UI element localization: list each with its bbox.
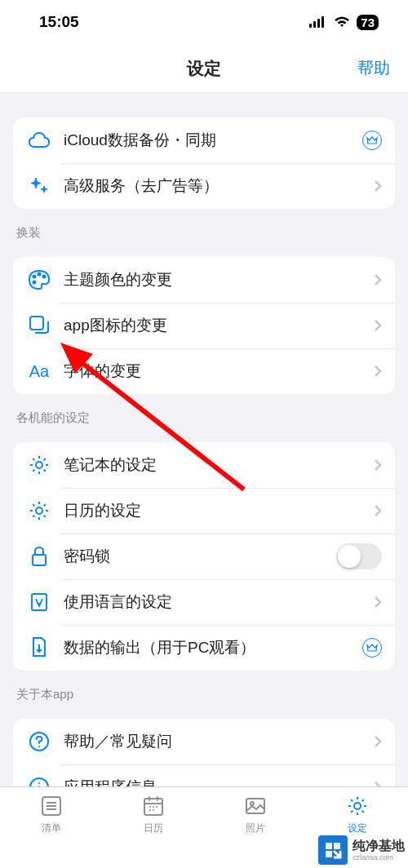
page-title: 设定: [187, 57, 221, 80]
svg-rect-8: [30, 317, 43, 330]
card-theme: 主题颜色的变更 app图标的变更 Aa 字体的变更: [13, 257, 395, 394]
status-bar: 15:05 73: [0, 0, 408, 44]
svg-point-6: [43, 276, 46, 278]
list-icon: [39, 794, 64, 818]
section-header-functions: 各机能的设定: [13, 394, 395, 432]
row-font-change[interactable]: Aa 字体的变更: [13, 348, 395, 394]
tab-label: 清单: [42, 822, 61, 835]
app-icon-icon: [26, 312, 52, 339]
time: 15:05: [39, 13, 79, 31]
chevron-right-icon: [374, 365, 382, 378]
calendar-icon: [141, 794, 166, 818]
section-header-theme: 换装: [13, 209, 395, 247]
chevron-right-icon: [374, 596, 382, 609]
row-passcode[interactable]: 密码锁: [13, 534, 395, 579]
svg-rect-11: [33, 555, 46, 565]
chevron-right-icon: [374, 273, 382, 286]
row-help-faq[interactable]: 帮助／常见疑问: [13, 719, 395, 764]
cloud-icon: [26, 127, 52, 153]
chevron-right-icon: [374, 458, 382, 472]
row-label: 主题颜色的变更: [64, 269, 374, 290]
row-label: 高级服务（去广告等）: [64, 175, 374, 197]
svg-point-16: [38, 782, 40, 784]
tab-label: 日历: [144, 822, 163, 835]
row-language[interactable]: 使用语言的设定: [13, 579, 395, 625]
tab-calendar[interactable]: 日历: [102, 794, 204, 868]
watermark-logo: [318, 835, 348, 865]
font-icon: Aa: [26, 358, 52, 384]
svg-rect-0: [309, 24, 312, 28]
chevron-right-icon: [374, 504, 382, 517]
help-icon: [26, 728, 52, 755]
svg-rect-2: [317, 19, 320, 28]
row-label: 日历的设定: [64, 500, 374, 521]
svg-point-10: [36, 507, 42, 514]
svg-point-9: [36, 462, 42, 468]
svg-point-21: [251, 802, 254, 805]
row-data-export[interactable]: 数据的输出（用于PC观看）: [13, 625, 395, 671]
passcode-switch[interactable]: [336, 543, 382, 569]
gear-icon: [26, 452, 52, 478]
row-app-icon[interactable]: app图标的变更: [13, 303, 395, 348]
chevron-right-icon: [374, 735, 382, 748]
status-indicators: 73: [309, 15, 379, 30]
tab-photos[interactable]: 照片: [204, 794, 306, 868]
row-notebook-settings[interactable]: 笔记本的设定: [13, 442, 395, 488]
row-label: iCloud数据备份・同期: [64, 130, 362, 151]
svg-point-14: [38, 746, 40, 747]
row-theme-color[interactable]: 主题颜色的变更: [13, 257, 395, 303]
export-icon: [26, 635, 52, 661]
row-label: 笔记本的设定: [64, 454, 374, 476]
signal-icon: [309, 16, 327, 28]
chevron-right-icon: [374, 179, 382, 193]
section-header-about: 关于本app: [13, 671, 395, 709]
row-label: 帮助／常见疑问: [64, 731, 374, 752]
row-label: app图标的变更: [64, 315, 374, 336]
row-label: 字体的变更: [64, 361, 374, 382]
svg-point-22: [354, 803, 361, 809]
watermark-name: 纯净基地: [353, 838, 405, 853]
crown-badge-icon: [362, 638, 382, 658]
svg-point-5: [38, 273, 41, 276]
tab-label: 设定: [348, 822, 367, 835]
tab-label: 照片: [246, 822, 265, 835]
nav-bar: 设定 帮助: [0, 44, 408, 93]
help-button[interactable]: 帮助: [357, 57, 390, 79]
svg-rect-3: [322, 16, 324, 28]
wifi-icon: [334, 16, 350, 28]
row-premium[interactable]: 高级服务（去广告等）: [13, 163, 395, 209]
watermark: 纯净基地 czlansa.com: [318, 835, 405, 865]
row-label: 使用语言的设定: [64, 591, 374, 613]
svg-point-4: [33, 276, 36, 278]
watermark-url: czlansa.com: [353, 853, 405, 862]
row-icloud-backup[interactable]: iCloud数据备份・同期: [13, 117, 395, 163]
crown-badge-icon: [362, 131, 382, 150]
row-label: 数据的输出（用于PC观看）: [64, 637, 362, 658]
svg-rect-1: [313, 21, 316, 28]
photo-icon: [243, 794, 268, 818]
tab-list[interactable]: 清单: [0, 794, 102, 868]
card-functions: 笔记本的设定 日历的设定 密码锁 使用语言的设定: [13, 442, 395, 671]
chevron-right-icon: [374, 319, 382, 332]
card-backup: iCloud数据备份・同期 高级服务（去广告等）: [13, 117, 395, 209]
row-calendar-settings[interactable]: 日历的设定: [13, 488, 395, 534]
sparkle-icon: [26, 173, 52, 199]
lock-icon: [26, 543, 52, 569]
palette-icon: [26, 267, 52, 293]
battery-indicator: 73: [357, 15, 379, 30]
gear-icon: [345, 794, 370, 818]
row-label: 密码锁: [64, 546, 336, 567]
gear-icon: [26, 498, 52, 524]
svg-point-7: [33, 281, 36, 284]
language-icon: [26, 589, 52, 615]
